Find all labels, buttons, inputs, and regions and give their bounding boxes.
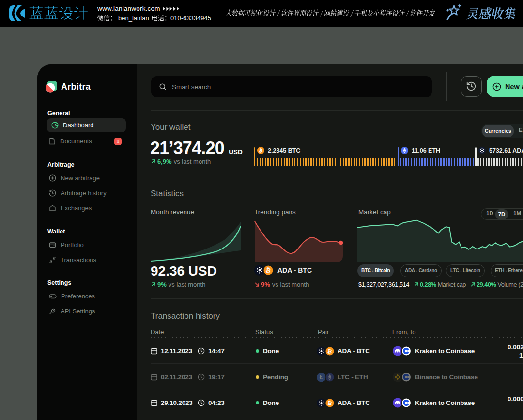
svg-text:Ł: Ł <box>320 374 323 381</box>
